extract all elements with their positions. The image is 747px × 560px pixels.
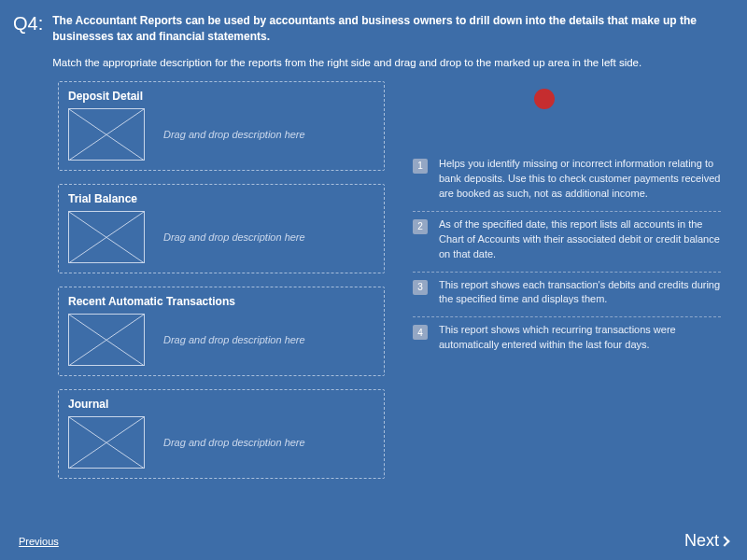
answer-option-1[interactable]: 1 Helps you identify missing or incorrec… (413, 151, 721, 212)
placeholder-image-icon (68, 108, 145, 161)
answer-text: Helps you identify missing or incorrect … (439, 157, 721, 202)
chevron-right-icon (719, 536, 729, 546)
drop-target-label: Recent Automatic Transactions (68, 295, 374, 308)
question-number: Q4: (13, 13, 43, 70)
drop-target-trial-balance[interactable]: Trial Balance Drag and drop description … (58, 184, 385, 273)
answer-option-2[interactable]: 2 As of the specified date, this report … (413, 212, 721, 273)
placeholder-image-icon (68, 211, 145, 263)
placeholder-image-icon (68, 416, 145, 469)
placeholder-image-icon (68, 314, 145, 366)
drop-hint: Drag and drop description here (163, 129, 305, 140)
previous-button[interactable]: Previous (19, 536, 59, 547)
answer-number-badge: 3 (413, 280, 428, 295)
next-button[interactable]: Next (684, 531, 728, 551)
main-area: Deposit Detail Drag and drop description… (0, 70, 747, 492)
question-title: The Accountant Reports can be used by ac… (52, 13, 721, 46)
drop-target-label: Deposit Detail (68, 90, 374, 103)
answers-column: 1 Helps you identify missing or incorrec… (413, 81, 721, 492)
drop-hint: Drag and drop description here (163, 334, 305, 345)
answer-number-badge: 1 (413, 159, 428, 174)
drop-targets-column: Deposit Detail Drag and drop description… (58, 81, 385, 492)
answer-text: This report shows each transaction's deb… (439, 278, 721, 308)
footer-nav: Previous Next (0, 531, 747, 551)
drop-target-deposit-detail[interactable]: Deposit Detail Drag and drop description… (58, 81, 385, 171)
question-header: Q4: The Accountant Reports can be used b… (0, 0, 747, 70)
question-text: The Accountant Reports can be used by ac… (52, 13, 721, 70)
answer-option-4[interactable]: 4 This report shows which recurring tran… (413, 317, 721, 362)
answer-number-badge: 2 (413, 219, 428, 234)
drop-hint: Drag and drop description here (163, 437, 305, 448)
drop-target-label: Trial Balance (68, 192, 374, 205)
next-label: Next (684, 531, 719, 551)
question-instructions: Match the appropriate description for th… (52, 55, 721, 70)
drop-target-label: Journal (68, 398, 374, 411)
drop-target-journal[interactable]: Journal Drag and drop description here (58, 389, 385, 479)
answer-text: As of the specified date, this report li… (439, 217, 721, 262)
drop-hint: Drag and drop description here (163, 231, 305, 243)
answer-option-3[interactable]: 3 This report shows each transaction's d… (413, 273, 721, 318)
answer-text: This report shows which recurring transa… (439, 323, 721, 353)
drop-target-recent-automatic-transactions[interactable]: Recent Automatic Transactions Drag and d… (58, 287, 385, 376)
answer-number-badge: 4 (413, 325, 428, 340)
marker-dot-icon (534, 89, 555, 109)
